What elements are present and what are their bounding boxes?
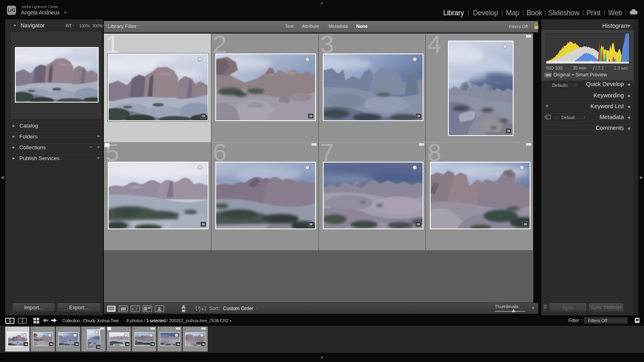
svg-text:Y: Y — [135, 307, 138, 311]
svg-text:Z: Z — [199, 309, 201, 312]
svg-text:X: X — [132, 307, 134, 311]
